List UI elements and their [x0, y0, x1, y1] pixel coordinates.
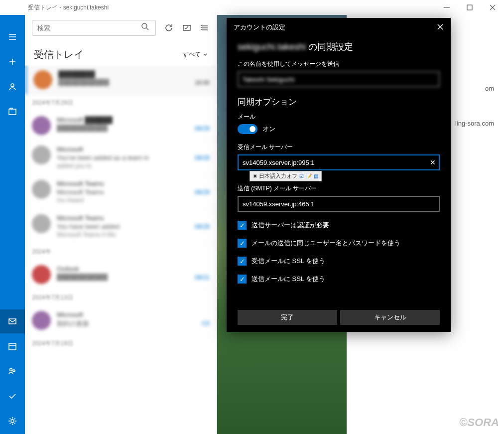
svg-rect-11 — [9, 319, 16, 324]
mail-item[interactable]: ████████ ████████████ 16:00 — [25, 65, 217, 95]
settings-icon[interactable] — [0, 409, 25, 433]
mail-items: ████████ ████████████ 16:00 2024年7月29日 M… — [25, 65, 217, 434]
check-label: 受信メールに SSL を使う — [252, 257, 325, 266]
window-title: 受信トレイ - sekiguchi.takeshi — [28, 3, 435, 12]
account-settings-dialog: アカウントの設定 sekiguchi.takeshi の同期設定 この名前を使用… — [227, 18, 451, 332]
dialog-header: アカウントの設定 — [227, 18, 451, 37]
mail-item[interactable]: Microsoft You've been added as a team in… — [25, 141, 217, 175]
dialog-buttons: 完了 キャンセル — [227, 310, 451, 332]
search-icon[interactable] — [140, 22, 150, 34]
search-box[interactable] — [32, 20, 156, 36]
checkbox-icon: ✓ — [238, 275, 247, 284]
sync-settings-title: sekiguchi.takeshi の同期設定 — [238, 41, 440, 53]
minimize-button[interactable] — [435, 0, 458, 15]
check-label: 送信メールに SSL を使う — [252, 275, 325, 284]
done-button[interactable]: 完了 — [238, 310, 337, 325]
maximize-button[interactable] — [458, 0, 481, 15]
mail-date: 08/29 — [195, 189, 210, 196]
check-label: メールの送信に同じユーザー名とパスワードを使う — [252, 239, 400, 248]
avatar — [32, 145, 51, 164]
date-header: 2024年7月29日 — [25, 95, 217, 111]
mail-date: 08/21 — [195, 274, 210, 281]
check-outgoing-ssl[interactable]: ✓ 送信メールに SSL を使う — [238, 275, 440, 284]
folder-header: 受信トレイ すべて — [25, 41, 217, 65]
titlebar: 受信トレイ - sekiguchi.takeshi — [0, 0, 504, 15]
mail-date: 08/29 — [195, 125, 210, 132]
folder-title: 受信トレイ — [34, 48, 183, 61]
sync-options-title: 同期オプション — [238, 96, 440, 108]
ime-list-icon: ▤ — [314, 173, 318, 179]
date-header: 2024年7月19日 — [25, 335, 217, 352]
avatar — [32, 214, 51, 233]
check-auth-required[interactable]: ✓ 送信サーバーは認証が必要 — [238, 221, 440, 230]
dialog-body: sekiguchi.takeshi の同期設定 この名前を使用してメッセージを送… — [227, 37, 451, 310]
mail-item[interactable]: Outlook ████████████ 08/21 — [25, 260, 217, 289]
select-icon[interactable] — [182, 23, 192, 33]
sidebar — [0, 15, 25, 434]
check-same-credentials[interactable]: ✓ メールの送信に同じユーザー名とパスワードを使う — [238, 239, 440, 248]
watermark: ©SORA — [459, 416, 499, 429]
ime-checkbox-icon: ☑ — [299, 173, 304, 179]
incoming-server-input[interactable] — [238, 154, 440, 170]
close-button[interactable] — [481, 0, 504, 15]
avatar — [32, 116, 51, 135]
checkbox-icon: ✓ — [238, 221, 247, 230]
check-label: 送信サーバーは認証が必要 — [252, 221, 329, 230]
dialog-title: アカウントの設定 — [234, 23, 437, 32]
svg-line-18 — [146, 28, 148, 30]
date-header: 2024年 — [25, 244, 217, 260]
outgoing-server-label: 送信 (SMTP) メール サーバー — [238, 184, 440, 193]
clear-input-icon[interactable]: ✕ — [430, 158, 436, 166]
people-icon[interactable] — [0, 359, 25, 383]
mail-icon[interactable] — [0, 309, 25, 333]
calendar-icon[interactable] — [0, 334, 25, 358]
svg-point-14 — [10, 369, 12, 371]
svg-rect-12 — [9, 343, 16, 350]
ime-x-icon: ✖ — [253, 173, 257, 179]
ime-note-icon: 📝 — [306, 173, 312, 179]
avatar — [32, 265, 51, 284]
todo-icon[interactable] — [0, 384, 25, 408]
svg-point-16 — [11, 420, 14, 423]
toggle-state-label: オン — [262, 125, 275, 134]
mail-item[interactable]: Microsoft ██████ ████████████ 08/29 — [25, 111, 217, 141]
compose-icon[interactable] — [0, 50, 25, 74]
mail-toggle[interactable] — [238, 124, 257, 134]
mail-date: /13 — [201, 320, 210, 327]
filter-dropdown[interactable]: すべて — [183, 50, 208, 59]
mail-label: メール — [238, 113, 440, 121]
display-name-input[interactable] — [238, 71, 440, 87]
mail-item[interactable]: Microsoft Teams Microsoft Teams ms-Award… — [25, 175, 217, 209]
ime-label: 日本語入力オフ — [259, 172, 297, 180]
date-header: 2024年7月13日 — [25, 289, 217, 306]
refresh-icon[interactable] — [164, 23, 174, 33]
mail-toolbar — [25, 15, 217, 41]
mail-item[interactable]: Microsoft 契約の更新 /13 — [25, 306, 217, 335]
menu-icon[interactable] — [0, 25, 25, 49]
preview-text: om — [485, 85, 494, 92]
check-incoming-ssl[interactable]: ✓ 受信メールに SSL を使う — [238, 257, 440, 266]
name-label: この名前を使用してメッセージを送信 — [238, 60, 440, 68]
window-controls — [435, 0, 504, 15]
cancel-button[interactable]: キャンセル — [340, 310, 440, 325]
preview-text: ling-sora.com — [455, 120, 494, 127]
svg-point-9 — [11, 84, 14, 87]
mail-toggle-row: オン — [238, 124, 440, 134]
avatar — [33, 70, 52, 89]
incoming-server-label: 受信メール サーバー — [238, 143, 440, 151]
search-input[interactable] — [37, 24, 140, 32]
mail-time: 16:00 — [195, 79, 210, 86]
dialog-close-button[interactable] — [437, 23, 444, 32]
chevron-down-icon — [203, 52, 208, 57]
accounts-icon[interactable] — [0, 75, 25, 99]
avatar — [32, 180, 51, 199]
checkbox-icon: ✓ — [238, 257, 247, 266]
svg-rect-1 — [467, 5, 472, 10]
avatar — [32, 311, 51, 330]
outgoing-server-input[interactable] — [238, 196, 440, 212]
filter-icon[interactable] — [200, 23, 210, 33]
ime-indicator: ✖ 日本語入力オフ ☑ 📝 ▤ — [250, 171, 322, 181]
mail-item[interactable]: Microsoft Teams You have been added Micr… — [25, 209, 217, 244]
svg-point-17 — [142, 23, 147, 28]
folders-icon[interactable] — [0, 100, 25, 124]
